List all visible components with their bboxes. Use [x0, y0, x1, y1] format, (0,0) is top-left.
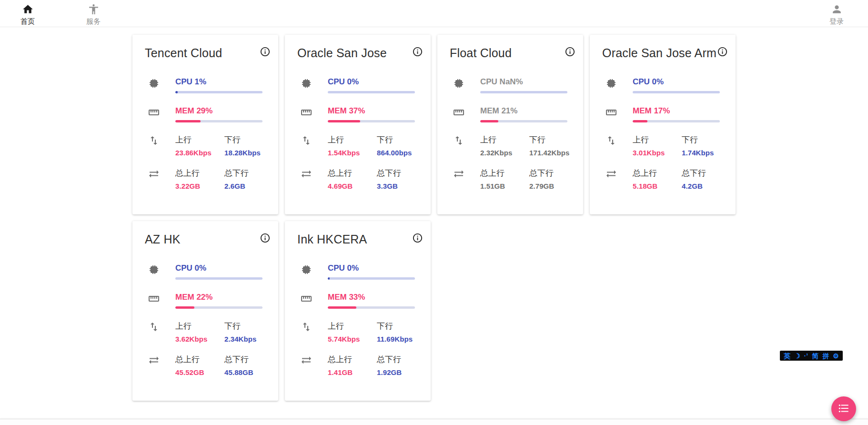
mem-row: MEM 22%	[132, 293, 278, 309]
mem-bar-fill	[175, 306, 194, 309]
mem-bar-fill	[175, 120, 201, 122]
info-button[interactable]	[717, 46, 728, 57]
server-card: Oracle San Jose Arm CPU 0%	[590, 35, 736, 214]
accessibility-person-icon	[88, 3, 100, 17]
mem-usage-label: MEM 17%	[633, 106, 720, 116]
total-download-label: 总下行	[377, 354, 415, 365]
nav-item-login[interactable]: 登录	[821, 3, 852, 25]
cpu-chip-icon	[285, 77, 328, 93]
network-speed-row: 上行 23.86Kbps 下行 18.28Kbps	[132, 134, 278, 157]
download-label: 下行	[529, 134, 569, 145]
total-upload-value: 45.52GB	[175, 368, 224, 376]
server-name: Ink HKCERA	[297, 233, 367, 246]
download-speed-value: 171.42Kbps	[529, 149, 569, 157]
cpu-bar-fill	[175, 91, 178, 93]
server-card: AZ HK CPU 0% MEM 22%	[132, 221, 278, 401]
server-name: Oracle San Jose	[297, 46, 387, 60]
info-button[interactable]	[260, 46, 271, 57]
total-download-value: 2.6GB	[224, 182, 262, 190]
info-button[interactable]	[412, 233, 423, 243]
nav-services-label: 服务	[86, 18, 101, 25]
info-icon	[717, 51, 728, 59]
mem-bar-fill	[328, 306, 356, 309]
info-icon	[412, 238, 423, 245]
mem-row: MEM 21%	[437, 106, 583, 122]
nav-item-services[interactable]: 服务	[78, 3, 109, 25]
up-down-arrows-icon	[132, 134, 175, 157]
ime-settings-gear-icon[interactable]: ⚙	[833, 353, 839, 359]
mem-usage-label: MEM 29%	[175, 106, 262, 116]
ime-simplified-chinese[interactable]: 简	[812, 353, 818, 359]
mem-usage-label: MEM 22%	[175, 293, 262, 302]
cpu-chip-icon	[285, 263, 328, 280]
download-label: 下行	[224, 134, 262, 145]
ime-language-english[interactable]: 英	[784, 353, 790, 359]
info-icon	[260, 51, 271, 59]
cpu-usage-label: CPU 0%	[328, 263, 415, 273]
download-label: 下行	[377, 134, 415, 145]
mem-row: MEM 37%	[285, 106, 431, 122]
left-right-arrows-icon	[132, 354, 175, 376]
total-upload-value: 5.18GB	[633, 182, 682, 190]
info-button[interactable]	[260, 233, 271, 243]
download-speed-value: 864.00bps	[377, 149, 415, 157]
total-upload-label: 总上行	[328, 354, 377, 365]
cpu-usage-label: CPU 0%	[175, 263, 262, 273]
info-button[interactable]	[565, 46, 575, 57]
mem-usage-label: MEM 21%	[480, 106, 567, 116]
upload-speed-value: 3.62Kbps	[175, 335, 224, 343]
total-upload-value: 4.69GB	[328, 182, 377, 190]
download-label: 下行	[224, 321, 262, 332]
cpu-progress-bar	[328, 91, 415, 93]
ime-status-bar: 英☽·’简拼⚙	[780, 351, 843, 361]
mem-progress-bar	[480, 120, 567, 122]
download-speed-value: 2.34Kbps	[224, 335, 262, 343]
upload-speed-value: 5.74Kbps	[328, 335, 377, 343]
total-download-label: 总下行	[377, 168, 415, 179]
card-header: Tencent Cloud	[132, 35, 278, 60]
ram-ruler-icon	[590, 106, 633, 122]
upload-label: 上行	[480, 134, 529, 145]
up-down-arrows-icon	[437, 134, 480, 157]
ime-dark-mode-moon-icon[interactable]: ☽	[794, 353, 800, 359]
cpu-chip-icon	[132, 263, 175, 280]
server-card: Tencent Cloud CPU 1% ME	[132, 35, 278, 214]
left-right-arrows-icon	[285, 354, 328, 376]
cpu-usage-label: CPU NaN%	[480, 77, 567, 87]
mem-usage-label: MEM 33%	[328, 293, 415, 302]
total-download-value: 3.3GB	[377, 182, 415, 190]
mem-row: MEM 29%	[132, 106, 278, 122]
cpu-usage-label: CPU 1%	[175, 77, 262, 87]
mem-row: MEM 17%	[590, 106, 736, 122]
cpu-progress-bar	[480, 91, 567, 93]
info-button[interactable]	[412, 46, 423, 57]
ram-ruler-icon	[132, 293, 175, 309]
ime-punctuation-mode[interactable]: ·’	[804, 353, 808, 359]
mem-progress-bar	[328, 306, 415, 309]
upload-speed-value: 2.32Kbps	[480, 149, 529, 157]
total-download-label: 总下行	[224, 168, 262, 179]
card-header: AZ HK	[132, 221, 278, 246]
total-download-label: 总下行	[224, 354, 262, 365]
person-icon	[831, 3, 843, 17]
ime-pinyin-mode[interactable]: 拼	[822, 353, 829, 359]
total-traffic-row: 总上行 3.22GB 总下行 2.6GB	[132, 168, 278, 190]
cpu-progress-bar	[633, 91, 720, 93]
left-right-arrows-icon	[590, 168, 633, 190]
cpu-bar-fill	[328, 277, 330, 280]
cpu-row: CPU 0%	[285, 263, 431, 280]
mem-progress-bar	[328, 120, 415, 122]
total-traffic-row: 总上行 4.69GB 总下行 3.3GB	[285, 168, 431, 190]
cpu-row: CPU 0%	[590, 77, 736, 93]
total-upload-label: 总上行	[633, 168, 682, 179]
download-label: 下行	[377, 321, 415, 332]
nav-item-home[interactable]: 首页	[12, 3, 43, 25]
upload-speed-value: 3.01Kbps	[633, 149, 682, 157]
total-upload-label: 总上行	[480, 168, 529, 179]
upload-label: 上行	[175, 134, 224, 145]
cpu-chip-icon	[132, 77, 175, 93]
download-speed-value: 1.74Kbps	[682, 149, 720, 157]
upload-label: 上行	[175, 321, 224, 332]
total-upload-value: 3.22GB	[175, 182, 224, 190]
server-list-fab-button[interactable]	[831, 396, 856, 421]
